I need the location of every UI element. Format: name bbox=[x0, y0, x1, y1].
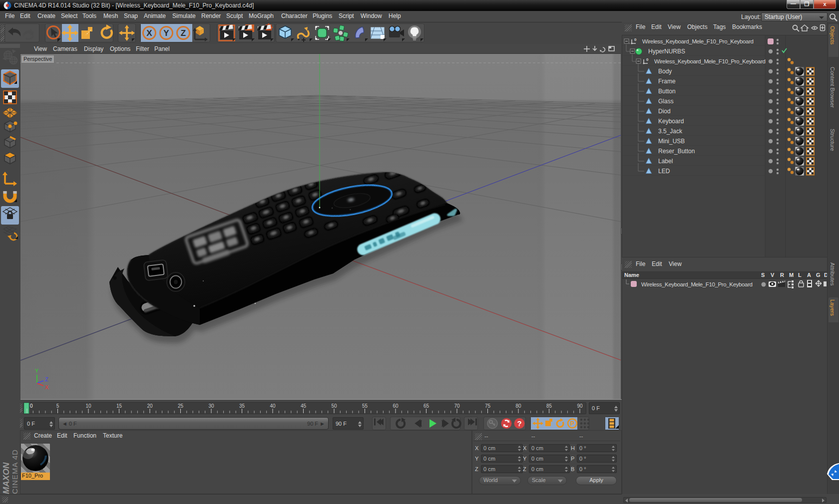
svg-text:55: 55 bbox=[362, 403, 368, 409]
svg-text:Mini_USB: Mini_USB bbox=[658, 138, 685, 145]
svg-text:60: 60 bbox=[393, 403, 399, 409]
svg-text:25: 25 bbox=[178, 403, 184, 409]
svg-text:Y: Y bbox=[163, 28, 169, 38]
svg-text:65: 65 bbox=[423, 403, 429, 409]
svg-text:?: ? bbox=[517, 419, 521, 428]
svg-text:Glass: Glass bbox=[658, 98, 674, 105]
svg-text:Y: Y bbox=[35, 368, 39, 374]
svg-text:Reser_Button: Reser_Button bbox=[658, 148, 695, 155]
svg-text:15: 15 bbox=[116, 403, 122, 409]
svg-text:X: X bbox=[45, 384, 49, 390]
svg-text:Z: Z bbox=[45, 376, 48, 382]
svg-text:Body: Body bbox=[658, 68, 672, 75]
svg-text:5: 5 bbox=[56, 403, 59, 409]
svg-text:20: 20 bbox=[147, 403, 153, 409]
svg-text:Label: Label bbox=[658, 158, 673, 165]
svg-text:75: 75 bbox=[485, 403, 491, 409]
svg-text:Button: Button bbox=[658, 88, 676, 95]
svg-text:45: 45 bbox=[301, 403, 307, 409]
svg-text:10: 10 bbox=[85, 403, 91, 409]
svg-text:0: 0 bbox=[634, 37, 637, 42]
svg-text:90: 90 bbox=[577, 403, 583, 409]
svg-text:50: 50 bbox=[331, 403, 337, 409]
svg-text:30: 30 bbox=[208, 403, 214, 409]
svg-text:0: 0 bbox=[646, 57, 649, 62]
svg-text:70: 70 bbox=[454, 403, 460, 409]
svg-text:Z: Z bbox=[181, 28, 186, 38]
svg-text:80: 80 bbox=[515, 403, 521, 409]
svg-text:40: 40 bbox=[270, 403, 276, 409]
svg-text:0: 0 bbox=[30, 403, 33, 409]
svg-text:35: 35 bbox=[239, 403, 245, 409]
svg-text:Wireless_Keyboard_Mele_F10_Pro: Wireless_Keyboard_Mele_F10_Pro_Keyboard bbox=[654, 58, 766, 64]
svg-text:Wireless_Keyboard_Mele_F10_Pro: Wireless_Keyboard_Mele_F10_Pro_Keyboard bbox=[642, 38, 754, 44]
svg-text:HyperNURBS: HyperNURBS bbox=[648, 48, 685, 55]
svg-text:Diod: Diod bbox=[658, 108, 671, 115]
svg-text:85: 85 bbox=[546, 403, 552, 409]
svg-text:Keyboard: Keyboard bbox=[658, 118, 684, 125]
svg-text:3.5_Jack: 3.5_Jack bbox=[658, 128, 683, 135]
svg-text:X: X bbox=[146, 28, 152, 38]
svg-text:Frame: Frame bbox=[658, 78, 676, 85]
svg-text:Wireless_Keyboard_Mele_F10_Pro: Wireless_Keyboard_Mele_F10_Pro_Keyboard bbox=[641, 281, 753, 287]
svg-text:P: P bbox=[570, 420, 574, 427]
svg-text:LED: LED bbox=[658, 168, 670, 175]
